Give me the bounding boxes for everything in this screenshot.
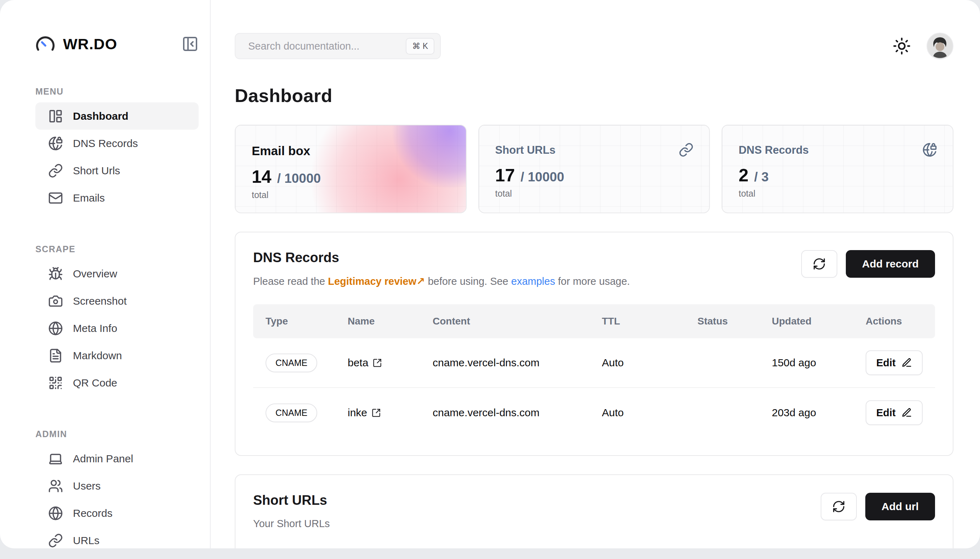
sidebar-section-menu: MENU (35, 86, 199, 97)
record-name-link[interactable]: inke (348, 407, 433, 419)
sidebar-item-overview[interactable]: Overview (35, 260, 199, 287)
stat-card-value: 14 (252, 167, 272, 187)
search-input[interactable]: Search documentation... ⌘ K (235, 33, 441, 59)
add-record-button[interactable]: Add record (846, 250, 935, 278)
col-header-status: Status (698, 316, 772, 327)
dns-panel-description: Please read the Legitimacy review↗ befor… (253, 275, 630, 287)
desc-text: before using. See (425, 276, 511, 287)
record-content: cname.vercel-dns.com (433, 357, 602, 369)
avatar-image (927, 33, 953, 59)
sidebar-item-label: Dashboard (73, 110, 129, 122)
record-type-badge: CNAME (266, 354, 317, 372)
sidebar-item-label: URLs (73, 534, 99, 547)
laptop-icon (48, 452, 63, 466)
sidebar-item-label: Meta Info (73, 322, 117, 334)
examples-link[interactable]: examples (511, 276, 555, 287)
toggle-knob (681, 359, 695, 373)
sidebar-item-urls[interactable]: URLs (35, 527, 199, 548)
scrape-nav: Overview Screenshot Meta Info Markdown Q… (35, 260, 199, 396)
gauge-logo-icon (35, 34, 55, 54)
sidebar-section-admin: ADMIN (35, 429, 199, 439)
mail-icon (48, 190, 63, 205)
sidebar-item-short-urls[interactable]: Short Urls (35, 157, 199, 184)
sidebar-item-label: Users (73, 480, 101, 492)
brand-name: WR.DO (63, 35, 117, 53)
brand: WR.DO (35, 34, 199, 54)
globe-lock-icon (48, 136, 63, 151)
record-updated: 203d ago (772, 407, 866, 419)
sidebar-item-meta-info[interactable]: Meta Info (35, 314, 199, 342)
record-type-badge: CNAME (266, 404, 317, 422)
edit-record-button[interactable]: Edit (866, 400, 923, 425)
pencil-icon (901, 407, 912, 418)
sidebar-item-users[interactable]: Users (35, 472, 199, 499)
search-placeholder: Search documentation... (248, 40, 360, 52)
topbar-right (893, 33, 954, 60)
globe-lock-icon (922, 142, 937, 157)
add-url-button[interactable]: Add url (865, 493, 935, 520)
col-header-name: Name (348, 316, 433, 327)
main-content: Search documentation... ⌘ K Dashboard (211, 0, 980, 548)
stat-card-limit: / 3 (754, 170, 769, 185)
table-header-row: Type Name Content TTL Status Updated Act… (253, 304, 935, 338)
sidebar-item-qr-code[interactable]: QR Code (35, 369, 199, 396)
admin-nav: Admin Panel Users Records URLs (35, 445, 199, 548)
dns-panel-title: DNS Records (253, 250, 630, 265)
menu-nav: Dashboard DNS Records Short Urls Emails (35, 103, 199, 212)
stat-card-value: 2 (739, 165, 749, 185)
external-link-icon (373, 358, 382, 368)
sidebar: WR.DO MENU Dashboard DNS Records Short U… (0, 0, 211, 548)
stat-card-email-box: Email box 14 / 10000 total (235, 125, 467, 213)
stat-cards: Email box 14 / 10000 total Short URLs 17… (235, 125, 954, 213)
external-link-icon (371, 408, 381, 418)
legitimacy-review-link[interactable]: Legitimacy review↗ (328, 276, 425, 287)
edit-record-button[interactable]: Edit (866, 351, 923, 375)
short-urls-subtitle: Your Short URLs (253, 518, 330, 529)
dns-records-panel: DNS Records Please read the Legitimacy r… (235, 232, 954, 456)
stat-card-caption: total (252, 190, 450, 200)
sidebar-collapse-button[interactable] (181, 35, 199, 53)
sidebar-item-dashboard[interactable]: Dashboard (35, 103, 199, 130)
sidebar-item-admin-panel[interactable]: Admin Panel (35, 445, 199, 472)
sidebar-item-screenshot[interactable]: Screenshot (35, 287, 199, 314)
sidebar-item-label: Admin Panel (73, 453, 133, 465)
dns-refresh-button[interactable] (801, 250, 837, 278)
desc-text: for more usage. (555, 276, 630, 287)
sidebar-item-label: QR Code (73, 377, 117, 389)
col-header-actions: Actions (866, 316, 923, 327)
short-urls-panel: Short URLs Your Short URLs Add url (235, 474, 954, 548)
sidebar-section-scrape: SCRAPE (35, 244, 199, 254)
stat-card-dns-records: DNS Records 2 / 3 total (721, 125, 954, 213)
globe-icon (48, 506, 63, 521)
col-header-type: Type (266, 316, 348, 327)
sidebar-item-records[interactable]: Records (35, 499, 199, 527)
stat-card-title: Email box (252, 144, 450, 158)
link-icon (48, 163, 63, 178)
col-header-updated: Updated (772, 316, 866, 327)
layout-dashboard-icon (48, 109, 63, 124)
sidebar-item-label: Overview (73, 268, 117, 280)
theme-toggle-button[interactable] (893, 37, 911, 55)
app-window: WR.DO MENU Dashboard DNS Records Short U… (0, 0, 980, 548)
sidebar-item-markdown[interactable]: Markdown (35, 342, 199, 369)
sidebar-item-dns-records[interactable]: DNS Records (35, 130, 199, 157)
sidebar-item-emails[interactable]: Emails (35, 184, 199, 212)
stat-card-limit: / 10000 (520, 170, 564, 185)
table-row: CNAME beta cname.vercel-dns.com Auto 150… (253, 338, 935, 388)
record-name-link[interactable]: beta (348, 357, 433, 369)
users-icon (48, 479, 63, 493)
user-avatar[interactable] (927, 33, 954, 60)
page-title: Dashboard (235, 85, 954, 106)
sidebar-item-label: DNS Records (73, 137, 138, 149)
link-icon (48, 533, 63, 548)
qr-code-icon (48, 375, 63, 390)
link-icon (679, 142, 694, 157)
urls-refresh-button[interactable] (821, 493, 857, 520)
stat-card-caption: total (739, 189, 937, 199)
record-content: cname.vercel-dns.com (433, 407, 602, 419)
stat-card-limit: / 10000 (277, 171, 321, 186)
table-row: CNAME inke cname.vercel-dns.com Auto 203… (253, 388, 935, 438)
record-updated: 150d ago (772, 357, 866, 369)
dns-records-table: Type Name Content TTL Status Updated Act… (253, 304, 935, 438)
stat-card-title: Short URLs (495, 144, 693, 157)
